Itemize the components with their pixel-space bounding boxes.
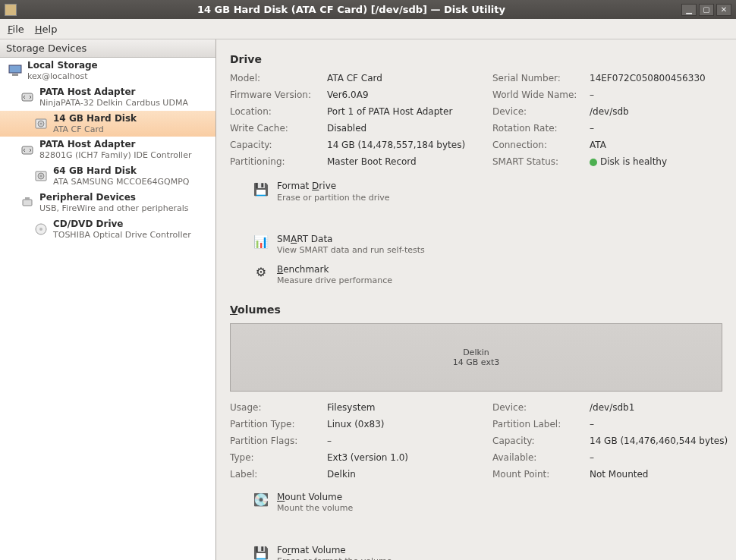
benchmark-icon: ⚙ xyxy=(253,264,269,281)
drive-properties: Model: ATA CF Card Serial Number: 14EF07… xyxy=(230,73,722,167)
disk-icon xyxy=(33,116,49,131)
close-button[interactable]: ✕ xyxy=(716,4,731,16)
peripheral-icon xyxy=(20,195,35,210)
value-writecache: Disabled xyxy=(327,123,486,134)
format-volume-action[interactable]: 💾 Format Volume Erase or format the volu… xyxy=(253,545,473,560)
value-capacity: 14 GB (14,478,557,184 bytes) xyxy=(327,140,486,150)
tree-item-primary: 14 GB Hard Disk xyxy=(53,113,137,124)
sidebar: Storage Devices Local Storagekex@localho… xyxy=(0,39,216,560)
label-type: Type: xyxy=(230,452,321,463)
value-vcapacity: 14 GB (14,476,460,544 bytes) xyxy=(590,436,736,446)
tree-item-secondary: TOSHIBA Optical Drive Controller xyxy=(53,230,191,241)
app-icon xyxy=(5,4,17,16)
value-vlabel: Delkin xyxy=(327,469,486,480)
svg-rect-10 xyxy=(23,200,32,206)
label-serial: Serial Number: xyxy=(492,73,583,83)
volume-map[interactable]: Delkin 14 GB ext3 xyxy=(230,323,722,392)
mount-volume-action[interactable]: 💽 Mount Volume Mount the volume xyxy=(253,492,473,514)
svg-point-9 xyxy=(40,175,42,177)
label-connection: Connection: xyxy=(492,140,583,150)
tree-item-4[interactable]: 64 GB Hard DiskATA SAMSUNG MCCOE64GQMPQ xyxy=(0,163,215,190)
value-connection: ATA xyxy=(590,140,736,150)
svg-point-5 xyxy=(40,123,42,124)
computer-icon xyxy=(8,63,23,78)
smart-icon: 📊 xyxy=(253,234,269,250)
value-location: Port 1 of PATA Host Adapter xyxy=(327,106,486,117)
value-rotation: – xyxy=(590,123,736,134)
tree-item-secondary: NinjaPATA-32 Delkin Cardbus UDMA xyxy=(39,98,188,109)
format-drive-icon: 💾 xyxy=(253,181,269,197)
tree-item-secondary: kex@localhost xyxy=(27,71,98,82)
label-wwn: World Wide Name: xyxy=(492,90,583,100)
tree-item-primary: PATA Host Adapter xyxy=(39,139,191,150)
value-available: – xyxy=(590,452,736,463)
benchmark-action[interactable]: ⚙ Benchmark Measure drive performance xyxy=(253,264,473,287)
format-volume-icon: 💾 xyxy=(253,545,269,560)
tree-item-secondary: ATA CF Card xyxy=(53,124,137,135)
label-firmware: Firmware Version: xyxy=(230,90,321,100)
label-usage: Usage: xyxy=(230,402,321,413)
menu-file[interactable]: File xyxy=(8,24,24,35)
menubar: File Help xyxy=(0,19,736,39)
value-smart: Disk is healthy xyxy=(590,156,736,167)
label-smart: SMART Status: xyxy=(492,156,583,167)
volume-size: 14 GB ext3 xyxy=(453,357,499,367)
sidebar-header: Storage Devices xyxy=(0,39,215,58)
tree-item-6[interactable]: CD/DVD DriveTOSHIBA Optical Drive Contro… xyxy=(0,216,215,243)
tree-item-primary: CD/DVD Drive xyxy=(53,219,191,230)
label-writecache: Write Cache: xyxy=(230,123,321,134)
volume-name: Delkin xyxy=(463,348,489,357)
label-location: Location: xyxy=(230,106,321,117)
tree-item-secondary: ATA SAMSUNG MCCOE64GQMPQ xyxy=(53,177,189,187)
value-model: ATA CF Card xyxy=(327,73,486,83)
value-ptype: Linux (0x83) xyxy=(327,419,486,429)
tree-item-primary: Local Storage xyxy=(27,60,98,71)
label-model: Model: xyxy=(230,73,321,83)
svg-rect-0 xyxy=(9,65,21,73)
tree-item-2[interactable]: 14 GB Hard DiskATA CF Card xyxy=(0,111,215,137)
content-pane: Drive Model: ATA CF Card Serial Number: … xyxy=(216,39,736,560)
tree-item-0[interactable]: Local Storagekex@localhost xyxy=(0,58,215,84)
tree-item-3[interactable]: PATA Host Adapter82801G (ICH7 Family) ID… xyxy=(0,137,215,163)
label-vdevice: Device: xyxy=(492,402,583,413)
maximize-button[interactable]: ▢ xyxy=(699,4,714,16)
value-partitioning: Master Boot Record xyxy=(327,156,486,167)
value-firmware: Ver6.0A9 xyxy=(327,90,486,100)
smart-data-action[interactable]: 📊 SMART Data View SMART data and run sel… xyxy=(253,234,473,256)
tree-item-1[interactable]: PATA Host AdapterNinjaPATA-32 Delkin Car… xyxy=(0,84,215,111)
adapter-icon xyxy=(20,143,35,158)
value-usage: Filesystem xyxy=(327,402,486,413)
tree-item-primary: PATA Host Adapter xyxy=(39,87,188,98)
tree-item-secondary: USB, FireWire and other peripherals xyxy=(39,203,189,214)
value-plabel: – xyxy=(590,419,736,429)
tree-item-primary: 64 GB Hard Disk xyxy=(53,165,189,177)
tree-item-5[interactable]: Peripheral DevicesUSB, FireWire and othe… xyxy=(0,190,215,216)
minimize-button[interactable]: ▁ xyxy=(681,4,697,16)
menu-help[interactable]: Help xyxy=(35,24,58,35)
drive-heading: Drive xyxy=(230,53,722,65)
value-serial: 14EF072C050800456330 xyxy=(590,73,736,83)
svg-point-13 xyxy=(39,228,42,231)
label-plabel: Partition Label: xyxy=(492,419,583,429)
adapter-icon xyxy=(20,90,35,105)
disk-icon xyxy=(33,168,49,184)
label-vcapacity: Capacity: xyxy=(492,436,583,446)
label-vlabel: Label: xyxy=(230,469,321,480)
svg-rect-11 xyxy=(25,197,30,200)
value-vdevice: /dev/sdb1 xyxy=(590,402,736,413)
label-ptype: Partition Type: xyxy=(230,419,321,429)
titlebar: 14 GB Hard Disk (ATA CF Card) [/dev/sdb]… xyxy=(0,0,736,19)
tree-item-primary: Peripheral Devices xyxy=(39,192,189,203)
device-tree: Local Storagekex@localhostPATA Host Adap… xyxy=(0,58,215,560)
mount-icon: 💽 xyxy=(253,492,269,508)
value-wwn: – xyxy=(590,90,736,100)
label-available: Available: xyxy=(492,452,583,463)
value-device: /dev/sdb xyxy=(590,106,736,117)
format-drive-action[interactable]: 💾 Format Drive Erase or partition the dr… xyxy=(253,181,473,203)
label-pflags: Partition Flags: xyxy=(230,436,321,446)
label-capacity: Capacity: xyxy=(230,140,321,150)
label-mount: Mount Point: xyxy=(492,469,583,480)
window-title: 14 GB Hard Disk (ATA CF Card) [/dev/sdb]… xyxy=(21,4,681,15)
value-pflags: – xyxy=(327,436,486,446)
optical-icon xyxy=(33,222,49,237)
